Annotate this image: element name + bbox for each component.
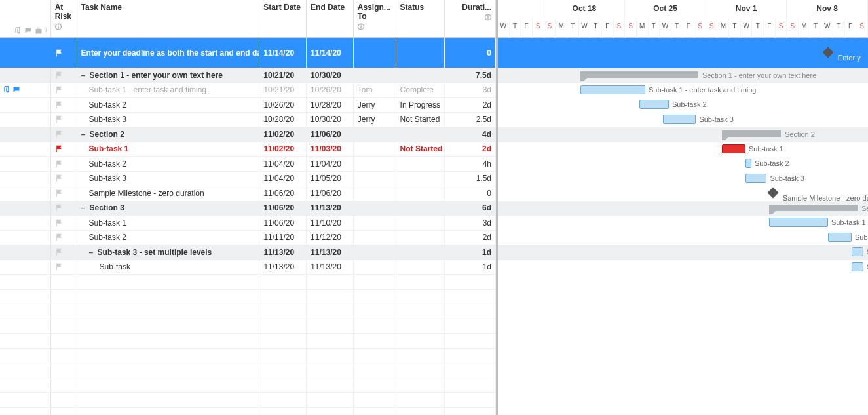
cell-start-date[interactable]: 11/04/20 — [259, 157, 307, 171]
cell-status[interactable] — [396, 260, 445, 275]
cell-status[interactable] — [396, 408, 445, 416]
cell-end-date[interactable]: 10/26/20 — [307, 83, 354, 98]
cell-end-date[interactable]: 11/06/20 — [307, 186, 354, 201]
cell-duration[interactable]: 4h — [445, 157, 496, 171]
cell-start-date[interactable]: 11/06/20 — [259, 216, 307, 230]
attachment-icon[interactable] — [3, 86, 10, 94]
cell-status[interactable] — [396, 127, 445, 142]
cell-assigned-to[interactable] — [354, 172, 396, 186]
cell-task-name[interactable] — [77, 363, 260, 378]
gantt-row[interactable]: Section 2 — [498, 127, 868, 142]
cell-start-date[interactable]: 11/13/20 — [259, 260, 307, 275]
cell-status[interactable] — [396, 245, 445, 260]
cell-task-name[interactable] — [77, 378, 260, 393]
gantt-row[interactable]: Sub-task 3 — [498, 172, 868, 187]
cell-at-risk[interactable] — [51, 245, 77, 260]
gantt-row[interactable] — [498, 363, 868, 378]
cell-assigned-to[interactable] — [354, 157, 396, 171]
cell-start-date[interactable]: 10/26/20 — [259, 98, 307, 112]
collapse-toggle[interactable]: – — [81, 71, 88, 80]
empty-row[interactable] — [0, 349, 496, 364]
cell-at-risk[interactable] — [51, 290, 77, 304]
cell-duration[interactable]: 1d — [445, 245, 496, 260]
gantt-row[interactable]: Section 1 - enter your own text here — [498, 68, 868, 83]
cell-start-date[interactable] — [259, 290, 307, 304]
cell-at-risk[interactable] — [51, 408, 77, 416]
cell-end-date[interactable]: 11/06/20 — [307, 127, 354, 142]
cell-at-risk[interactable] — [51, 349, 77, 363]
cell-at-risk[interactable] — [51, 83, 77, 98]
cell-task-name[interactable]: –Section 1 - enter your own text here — [77, 68, 260, 83]
cell-duration[interactable]: 3d — [445, 216, 496, 230]
cell-start-date[interactable] — [259, 393, 307, 407]
cell-assigned-to[interactable] — [354, 363, 396, 378]
cell-end-date[interactable]: 11/14/20 — [307, 38, 354, 68]
cell-duration[interactable]: 6d — [445, 201, 496, 216]
cell-task-name[interactable] — [77, 319, 260, 334]
gantt-row[interactable] — [498, 378, 868, 393]
task-row[interactable]: –Section 311/06/2011/13/206d — [0, 201, 496, 216]
cell-status[interactable] — [396, 363, 445, 378]
cell-status[interactable] — [396, 216, 445, 230]
cell-start-date[interactable]: 10/21/20 — [259, 83, 307, 98]
empty-row[interactable] — [0, 334, 496, 349]
gantt-row[interactable]: Sub-task 2 — [498, 98, 868, 113]
cell-start-date[interactable]: 10/28/20 — [259, 113, 307, 127]
gantt-row[interactable]: Sub-task 1 — [498, 142, 868, 157]
gantt-row[interactable]: Sample Milestone - zero duration — [498, 186, 868, 201]
task-row[interactable]: –Sub-task 3 - set multiple levels11/13/2… — [0, 245, 496, 260]
cell-task-name[interactable]: Enter your deadline as both the start an… — [77, 38, 260, 68]
task-row[interactable]: Sub-task 311/04/2011/05/201.5d — [0, 172, 496, 187]
cell-task-name[interactable] — [77, 349, 260, 363]
cell-task-name[interactable]: Sub-task 2 — [77, 98, 260, 112]
cell-at-risk[interactable] — [51, 363, 77, 378]
cell-end-date[interactable] — [307, 334, 354, 348]
cell-at-risk[interactable] — [51, 68, 77, 83]
cell-status[interactable] — [396, 319, 445, 334]
col-header-status[interactable]: Status — [396, 0, 445, 37]
gantt-row[interactable] — [498, 334, 868, 349]
cell-assigned-to[interactable] — [354, 304, 396, 319]
cell-end-date[interactable] — [307, 319, 354, 334]
gantt-task-bar[interactable]: Sub-task 1 — [722, 144, 745, 153]
cell-task-name[interactable] — [77, 393, 260, 407]
cell-at-risk[interactable] — [51, 260, 77, 275]
cell-at-risk[interactable] — [51, 216, 77, 230]
cell-assigned-to[interactable] — [354, 393, 396, 407]
cell-at-risk[interactable] — [51, 319, 77, 334]
cell-assigned-to[interactable] — [354, 378, 396, 393]
col-header-duration[interactable]: Durati... ⓘ — [445, 0, 496, 37]
cell-assigned-to[interactable] — [354, 319, 396, 334]
cell-at-risk[interactable] — [51, 157, 77, 171]
empty-row[interactable] — [0, 319, 496, 334]
cell-start-date[interactable] — [259, 304, 307, 319]
cell-status[interactable] — [396, 172, 445, 186]
cell-at-risk[interactable] — [51, 378, 77, 393]
gantt-row[interactable]: Sub-task 1 - enter task and timing — [498, 83, 868, 98]
cell-end-date[interactable]: 11/13/20 — [307, 245, 354, 260]
cell-end-date[interactable] — [307, 408, 354, 416]
cell-at-risk[interactable] — [51, 334, 77, 348]
cell-duration[interactable] — [445, 334, 496, 348]
gantt-body[interactable]: Enter ySection 1 - enter your own text h… — [498, 38, 868, 415]
cell-status[interactable]: Not Started — [396, 113, 445, 127]
task-row[interactable]: Sub-task 310/28/2010/30/20JerryNot Start… — [0, 113, 496, 128]
cell-duration[interactable] — [445, 393, 496, 407]
cell-duration[interactable]: 2d — [445, 98, 496, 112]
cell-status[interactable] — [396, 231, 445, 245]
gantt-row[interactable]: Sub-tas — [498, 245, 868, 260]
cell-assigned-to[interactable]: Jerry — [354, 113, 396, 127]
task-row[interactable]: –Section 1 - enter your own text here10/… — [0, 68, 496, 83]
empty-row[interactable] — [0, 304, 496, 319]
gantt-summary-bar[interactable]: Section 2 — [722, 130, 781, 137]
cell-at-risk[interactable] — [51, 127, 77, 142]
cell-status[interactable] — [396, 290, 445, 304]
gantt-milestone[interactable]: Enter y — [823, 47, 834, 58]
cell-duration[interactable]: 2d — [445, 142, 496, 157]
collapse-toggle[interactable]: – — [81, 203, 88, 212]
cell-task-name[interactable]: Sub-task 2 — [77, 231, 260, 245]
cell-end-date[interactable]: 10/30/20 — [307, 68, 354, 83]
cell-task-name[interactable] — [77, 290, 260, 304]
cell-duration[interactable]: 0 — [445, 186, 496, 201]
cell-status[interactable] — [396, 38, 445, 68]
